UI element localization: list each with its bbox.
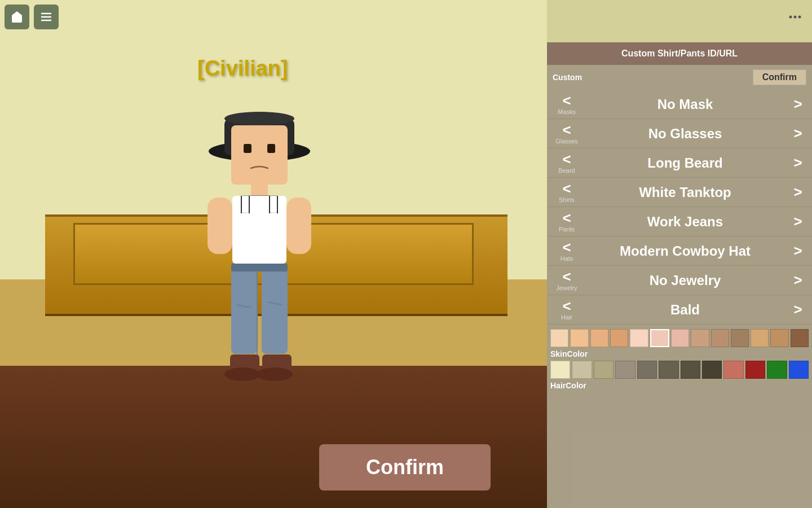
arrow-left-pants[interactable]: < — [562, 211, 571, 225]
selector-row-hats: < Hats Modern Cowboy Hat > — [547, 237, 812, 266]
selector-row-pants: < Pants Work Jeans > — [547, 207, 812, 237]
hair-color-swatch-6[interactable] — [681, 361, 700, 379]
skin-color-swatch-2[interactable] — [590, 329, 608, 347]
skin-color-section: SkinColor HairColor — [547, 325, 812, 395]
selector-value-shirts: White Tanktop — [581, 185, 789, 200]
hair-color-swatch-7[interactable] — [702, 361, 722, 379]
svg-rect-24 — [231, 264, 257, 354]
confirm-bottom-button[interactable]: Confirm — [319, 444, 491, 491]
svg-rect-17 — [270, 196, 277, 213]
hair-color-row — [550, 361, 809, 379]
arrow-left-masks[interactable]: < — [562, 93, 571, 108]
right-panel: Custom Shirt/Pants ID/URL Custom Confirm… — [547, 42, 812, 508]
skin-color-swatch-12[interactable] — [791, 329, 809, 347]
custom-confirm-row: Custom Confirm — [547, 65, 812, 90]
more-options-icon[interactable] — [783, 5, 807, 29]
arrow-right-jewelry[interactable]: > — [789, 271, 806, 289]
home-icon[interactable] — [5, 5, 29, 29]
skin-color-label: SkinColor — [550, 349, 809, 358]
selector-rows: < Masks No Mask > < Glasses No Glasses >… — [547, 90, 812, 325]
selector-row-masks: < Masks No Mask > — [547, 90, 812, 119]
hair-color-swatch-11[interactable] — [789, 361, 809, 379]
svg-rect-10 — [244, 144, 251, 153]
menu-icon[interactable] — [34, 5, 59, 29]
hair-color-swatch-9[interactable] — [745, 361, 765, 379]
selector-row-jewelry: < Jewelry No Jewelry > — [547, 266, 812, 295]
selector-value-jewelry: No Jewelry — [581, 273, 789, 288]
custom-text-label: Custom — [553, 73, 582, 82]
skin-color-swatch-3[interactable] — [610, 329, 628, 347]
selector-left-jewelry: < Jewelry — [553, 269, 581, 291]
selector-left-hair: < Hair — [553, 299, 581, 321]
selector-category-pants: Pants — [559, 226, 575, 233]
selector-left-glasses: < Glasses — [553, 122, 581, 144]
svg-rect-22 — [208, 198, 232, 254]
selector-left-masks: < Masks — [553, 93, 581, 115]
selector-value-masks: No Mask — [581, 97, 789, 112]
svg-point-3 — [789, 16, 792, 19]
arrow-left-shirts[interactable]: < — [562, 181, 571, 196]
selector-category-shirts: Shirts — [559, 196, 575, 203]
character-display — [158, 85, 383, 457]
selector-left-pants: < Pants — [553, 211, 581, 233]
custom-shirt-label: Custom Shirt/Pants ID/URL — [621, 49, 738, 59]
selector-category-hair: Hair — [561, 314, 572, 321]
skin-color-swatch-5[interactable] — [650, 329, 669, 347]
arrow-right-hats[interactable]: > — [789, 242, 806, 260]
selector-left-hats: < Hats — [553, 240, 581, 262]
hair-color-swatch-3[interactable] — [615, 361, 635, 379]
svg-point-31 — [224, 367, 261, 381]
custom-shirt-bar: Custom Shirt/Pants ID/URL — [547, 42, 812, 65]
arrow-right-pants[interactable]: > — [789, 213, 806, 230]
selector-left-beard: < Beard — [553, 152, 581, 174]
skin-color-swatch-0[interactable] — [550, 329, 568, 347]
skin-color-swatch-10[interactable] — [751, 329, 769, 347]
skin-color-swatch-11[interactable] — [770, 329, 788, 347]
skin-color-swatch-1[interactable] — [570, 329, 588, 347]
arrow-right-masks[interactable]: > — [789, 95, 806, 113]
hair-color-swatch-10[interactable] — [767, 361, 787, 379]
svg-point-33 — [257, 367, 293, 381]
svg-rect-25 — [262, 264, 288, 354]
confirm-small-button[interactable]: Confirm — [753, 69, 806, 85]
arrow-left-hats[interactable]: < — [562, 240, 571, 255]
selector-category-beard: Beard — [558, 167, 575, 174]
hair-color-label: HairColor — [550, 381, 809, 390]
arrow-right-beard[interactable]: > — [789, 154, 806, 172]
selector-value-glasses: No Glasses — [581, 126, 789, 142]
arrow-left-beard[interactable]: < — [562, 152, 571, 167]
hair-color-swatch-4[interactable] — [637, 361, 657, 379]
svg-point-8 — [224, 112, 294, 125]
selector-value-hair: Bald — [581, 302, 789, 318]
hair-color-swatch-1[interactable] — [572, 361, 592, 379]
selector-value-pants: Work Jeans — [581, 214, 789, 230]
svg-rect-12 — [251, 185, 268, 196]
arrow-right-glasses[interactable]: > — [789, 125, 806, 142]
skin-color-swatch-7[interactable] — [691, 329, 709, 347]
skin-color-swatch-4[interactable] — [630, 329, 648, 347]
selector-value-hats: Modern Cowboy Hat — [581, 243, 789, 259]
svg-point-4 — [794, 16, 797, 19]
skin-color-swatch-9[interactable] — [731, 329, 749, 347]
hair-color-swatch-0[interactable] — [550, 361, 570, 379]
selector-row-glasses: < Glasses No Glasses > — [547, 119, 812, 148]
hair-color-swatch-2[interactable] — [594, 361, 614, 379]
skin-color-swatch-6[interactable] — [671, 329, 689, 347]
arrow-left-jewelry[interactable]: < — [562, 269, 571, 284]
svg-rect-15 — [232, 196, 286, 264]
selector-category-masks: Masks — [558, 108, 576, 115]
svg-rect-29 — [231, 264, 288, 271]
selector-left-shirts: < Shirts — [553, 181, 581, 203]
skin-color-row — [550, 329, 809, 347]
arrow-left-hair[interactable]: < — [562, 299, 571, 313]
selector-category-glasses: Glasses — [555, 138, 578, 144]
arrow-right-shirts[interactable]: > — [789, 183, 806, 201]
svg-rect-23 — [286, 198, 311, 254]
skin-color-swatch-8[interactable] — [711, 329, 729, 347]
hair-color-swatch-5[interactable] — [659, 361, 678, 379]
svg-rect-16 — [241, 196, 249, 213]
hair-color-swatch-8[interactable] — [723, 361, 743, 379]
top-icons-container — [5, 5, 59, 29]
arrow-left-glasses[interactable]: < — [562, 122, 571, 137]
arrow-right-hair[interactable]: > — [789, 301, 806, 318]
